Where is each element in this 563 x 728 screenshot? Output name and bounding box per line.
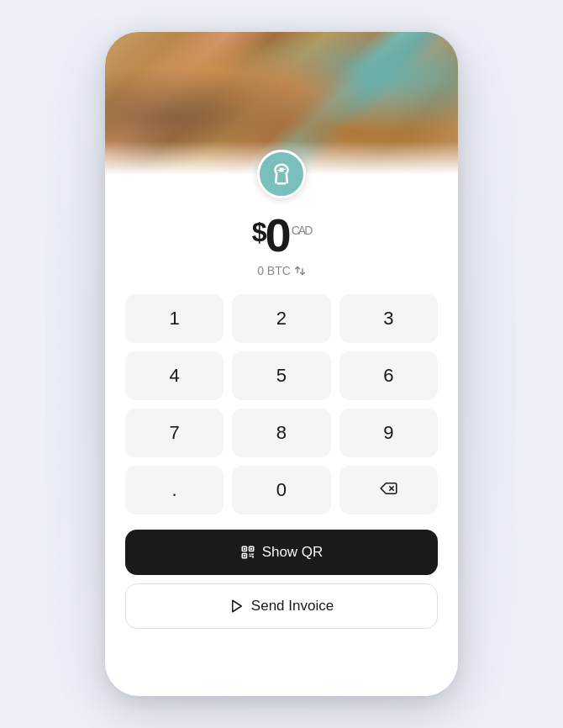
phone-card: $0CAD 0 BTC 1 2 3 4 5 6 <box>105 32 458 696</box>
key-4[interactable]: 4 <box>125 351 224 400</box>
content-area: $0CAD 0 BTC 1 2 3 4 5 6 <box>105 175 458 696</box>
currency-code: CAD <box>292 224 312 237</box>
send-invoice-button[interactable]: Send Invoice <box>125 583 438 629</box>
btc-amount-display: 0 BTC <box>257 264 306 277</box>
outer-background: $0CAD 0 BTC 1 2 3 4 5 6 <box>46 19 517 709</box>
key-1[interactable]: 1 <box>125 294 224 343</box>
svg-rect-11 <box>252 556 254 558</box>
amount-display: $0CAD <box>252 212 312 259</box>
svg-rect-5 <box>250 548 252 550</box>
swap-icon <box>294 265 306 277</box>
key-0[interactable]: 0 <box>232 466 330 514</box>
svg-rect-7 <box>243 555 245 557</box>
show-qr-label: Show QR <box>262 544 324 561</box>
btc-value: 0 BTC <box>257 264 291 277</box>
svg-rect-10 <box>249 556 251 557</box>
key-8[interactable]: 8 <box>232 409 330 457</box>
key-6[interactable]: 6 <box>339 351 438 400</box>
qr-icon <box>240 545 255 560</box>
key-2[interactable]: 2 <box>232 294 330 343</box>
amount-value: $0CAD <box>252 208 312 261</box>
key-3[interactable]: 3 <box>339 294 438 343</box>
bakery-store-icon <box>257 150 306 198</box>
key-9[interactable]: 9 <box>339 409 438 457</box>
key-5[interactable]: 5 <box>232 351 330 400</box>
numpad: 1 2 3 4 5 6 7 8 9 . 0 <box>125 294 438 514</box>
currency-symbol: $ <box>252 219 266 245</box>
send-icon <box>229 599 245 614</box>
store-icon-wrapper <box>257 150 306 198</box>
key-backspace[interactable] <box>339 466 438 514</box>
bakery-header-image <box>105 32 458 175</box>
svg-marker-12 <box>233 600 242 612</box>
send-invoice-label: Send Invoice <box>251 598 334 615</box>
show-qr-button[interactable]: Show QR <box>125 530 438 575</box>
svg-rect-8 <box>249 554 250 556</box>
key-7[interactable]: 7 <box>125 409 224 457</box>
svg-rect-9 <box>250 554 253 556</box>
svg-rect-3 <box>243 548 245 550</box>
bread-icon <box>269 161 294 187</box>
action-buttons: Show QR Send Invoice <box>125 530 438 629</box>
key-decimal[interactable]: . <box>125 466 224 514</box>
backspace-icon <box>379 482 397 499</box>
